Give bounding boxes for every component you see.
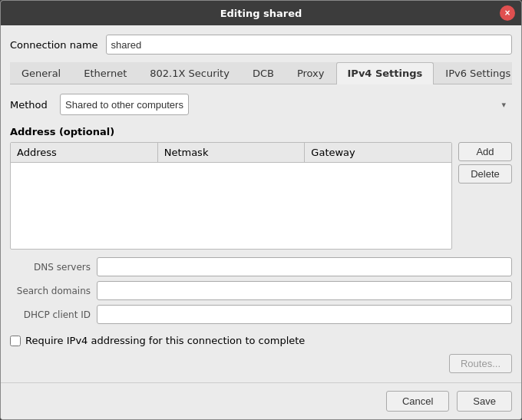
tabs-bar: General Ethernet 802.1X Security DCB Pro… — [10, 62, 512, 84]
dhcp-client-id-row: DHCP client ID — [10, 305, 512, 324]
address-table-body — [11, 163, 451, 224]
address-table-area: Address Netmask Gateway Add Delete — [10, 142, 512, 250]
connection-name-label: Connection name — [10, 39, 98, 51]
dialog-title: Editing shared — [220, 8, 302, 19]
address-section: Address (optional) Address Netmask Gatew… — [10, 126, 512, 250]
save-button[interactable]: Save — [457, 391, 512, 412]
ipv4-tab-content: Method Shared to other computers Automat… — [10, 94, 512, 373]
action-buttons-bar: Cancel Save — [1, 382, 521, 419]
address-action-buttons: Add Delete — [458, 142, 512, 250]
search-domains-input[interactable] — [97, 281, 512, 300]
tab-general[interactable]: General — [10, 62, 72, 84]
routes-button[interactable]: Routes... — [449, 354, 512, 373]
search-domains-row: Search domains — [10, 281, 512, 300]
connection-name-row: Connection name — [10, 35, 512, 55]
add-address-button[interactable]: Add — [458, 142, 512, 161]
titlebar: Editing shared × — [1, 1, 521, 25]
method-row: Method Shared to other computers Automat… — [10, 94, 512, 115]
tab-ethernet[interactable]: Ethernet — [72, 62, 138, 84]
dhcp-client-id-input[interactable] — [97, 305, 512, 324]
cancel-button[interactable]: Cancel — [386, 391, 449, 412]
method-select-wrapper: Shared to other computers Automatic (DHC… — [60, 94, 512, 115]
col-address: Address — [11, 143, 158, 162]
dhcp-client-id-label: DHCP client ID — [10, 309, 91, 320]
connection-name-input[interactable] — [106, 35, 512, 55]
tab-ipv6-settings[interactable]: IPv6 Settings — [434, 62, 522, 84]
require-ipv4-label: Require IPv4 addressing for this connect… — [25, 335, 305, 346]
table-header: Address Netmask Gateway — [11, 143, 451, 163]
tab-ipv4-settings[interactable]: IPv4 Settings — [336, 62, 434, 84]
search-domains-label: Search domains — [10, 286, 91, 296]
require-ipv4-checkbox[interactable] — [10, 336, 21, 346]
main-content: Connection name General Ethernet 802.1X … — [1, 25, 521, 382]
dropdown-arrow-icon: ▾ — [501, 100, 506, 110]
dns-servers-label: DNS servers — [10, 262, 91, 273]
col-netmask: Netmask — [158, 143, 306, 162]
method-select[interactable]: Shared to other computers Automatic (DHC… — [60, 94, 189, 115]
bottom-bar: Routes... — [10, 354, 512, 373]
delete-address-button[interactable]: Delete — [458, 164, 512, 184]
require-ipv4-row: Require IPv4 addressing for this connect… — [10, 335, 512, 346]
tab-8021x-security[interactable]: 802.1X Security — [138, 62, 241, 84]
dialog-window: Editing shared × Connection name General… — [0, 0, 522, 420]
close-button[interactable]: × — [500, 5, 515, 21]
tab-dcb[interactable]: DCB — [241, 62, 286, 84]
address-table: Address Netmask Gateway — [10, 142, 452, 250]
form-section: DNS servers Search domains DHCP client I… — [10, 257, 512, 324]
tab-proxy[interactable]: Proxy — [286, 62, 336, 84]
address-section-label: Address (optional) — [10, 126, 512, 137]
method-label: Method — [10, 99, 52, 111]
col-gateway: Gateway — [305, 143, 451, 162]
dns-servers-row: DNS servers — [10, 257, 512, 276]
dns-servers-input[interactable] — [97, 257, 512, 276]
